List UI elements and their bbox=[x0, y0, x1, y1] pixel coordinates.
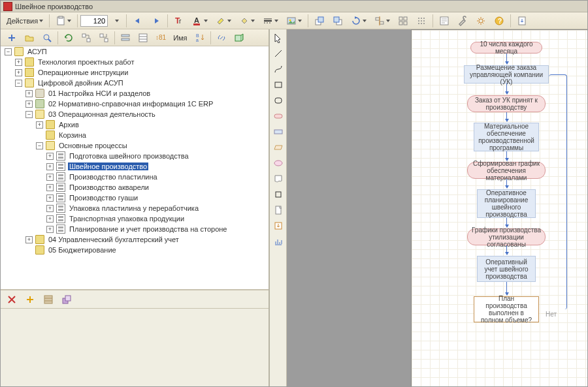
rounded-rect-tool[interactable] bbox=[271, 93, 286, 108]
grid-button[interactable] bbox=[395, 14, 412, 28]
export-tool[interactable] bbox=[271, 219, 286, 233]
bottom-props-button[interactable] bbox=[40, 292, 57, 307]
pointer-tool[interactable] bbox=[271, 31, 286, 45]
bring-front-button[interactable] bbox=[329, 14, 346, 28]
settings-button[interactable] bbox=[472, 14, 489, 28]
tree-link-button[interactable] bbox=[213, 31, 230, 45]
expand-icon[interactable]: + bbox=[46, 174, 54, 181]
square-tool[interactable] bbox=[271, 187, 286, 202]
rectangle-tool[interactable] bbox=[271, 78, 286, 92]
collapse-icon[interactable]: − bbox=[25, 111, 33, 118]
collapse-icon[interactable]: − bbox=[15, 80, 22, 87]
text-format-button[interactable]: Tr bbox=[171, 14, 188, 28]
clipboard-button[interactable] bbox=[52, 14, 74, 28]
zoom-dropdown[interactable] bbox=[109, 14, 123, 28]
highlight-button[interactable] bbox=[212, 14, 235, 28]
export-button[interactable] bbox=[514, 14, 531, 28]
tree-node[interactable]: + Технология проектных работ bbox=[14, 57, 269, 67]
snap-button[interactable] bbox=[413, 14, 430, 28]
tree-container[interactable]: − АСУП + Технология проектных работ bbox=[1, 46, 269, 290]
bottom-layers-button[interactable] bbox=[58, 292, 75, 307]
flow-terminator[interactable]: Графики производства утилизации согласов… bbox=[467, 228, 546, 245]
expand-icon[interactable]: + bbox=[46, 153, 54, 160]
tree-collapse-button[interactable] bbox=[95, 31, 112, 45]
expand-icon[interactable]: + bbox=[46, 184, 54, 191]
tree-view1-button[interactable] bbox=[117, 31, 134, 45]
tree-name-button[interactable]: Имя bbox=[170, 31, 190, 45]
undo-button[interactable] bbox=[129, 14, 146, 28]
ellipse-tool[interactable] bbox=[271, 156, 286, 170]
tree-node[interactable]: + Производство гуаши bbox=[45, 193, 269, 203]
canvas-viewport[interactable]: 10 числа каждого месяца Размещение заказ… bbox=[287, 29, 587, 386]
tree-node[interactable]: + Подготовка швейного производства bbox=[45, 151, 269, 161]
tree-expand-button[interactable] bbox=[78, 31, 95, 45]
tree-export-button[interactable] bbox=[231, 31, 248, 45]
font-color-button[interactable]: A bbox=[189, 14, 211, 28]
tree-node[interactable]: + Производство акварели bbox=[45, 182, 269, 193]
flow-terminator-start[interactable]: 10 числа каждого месяца bbox=[470, 42, 542, 54]
connector-tool[interactable] bbox=[271, 62, 286, 76]
tree-search-button[interactable] bbox=[39, 31, 56, 45]
tree-add-button[interactable] bbox=[3, 31, 20, 45]
expand-icon[interactable]: + bbox=[36, 121, 43, 129]
document-tool[interactable] bbox=[271, 172, 286, 186]
flow-process[interactable]: Материальное обеспечение производственно… bbox=[474, 123, 539, 151]
align-button[interactable] bbox=[371, 14, 393, 28]
tree-node-selected[interactable]: + Швейное производство bbox=[45, 161, 269, 172]
expand-icon[interactable]: + bbox=[46, 215, 54, 223]
preview-button[interactable] bbox=[436, 14, 453, 28]
tree-node[interactable]: Корзина bbox=[35, 130, 269, 140]
collapse-icon[interactable]: − bbox=[36, 142, 43, 149]
tree-node[interactable]: + Архив bbox=[35, 119, 269, 130]
expand-icon[interactable]: + bbox=[15, 69, 22, 76]
tree-node[interactable]: + Планирование и учет производства на ст… bbox=[45, 224, 269, 234]
page-tool[interactable] bbox=[271, 203, 286, 217]
flow-terminator[interactable]: Сформирован график обеспечения материала… bbox=[467, 162, 546, 179]
tree-folder-button[interactable] bbox=[21, 31, 38, 45]
flow-process[interactable]: Оперативное планирование швейного произв… bbox=[477, 189, 536, 218]
expand-icon[interactable]: + bbox=[46, 226, 54, 233]
tree-node[interactable]: + Транспортная упаковка продукции bbox=[45, 213, 269, 224]
actions-menu[interactable]: Действия bbox=[3, 14, 46, 28]
expand-icon[interactable]: + bbox=[46, 194, 54, 202]
terminator-tool[interactable] bbox=[271, 109, 286, 123]
tree-sort-button[interactable]: Ва bbox=[191, 31, 208, 45]
tree-node[interactable]: + Упаковка пластилина у переработчика bbox=[45, 203, 269, 213]
tree-refresh-button[interactable] bbox=[60, 31, 77, 45]
expand-icon[interactable]: + bbox=[25, 101, 33, 108]
send-back-button[interactable] bbox=[311, 14, 328, 28]
rotate-button[interactable] bbox=[348, 14, 370, 28]
image-button[interactable] bbox=[283, 14, 305, 28]
flow-process[interactable]: Оперативный учет швейного производства bbox=[477, 256, 536, 282]
tree-node[interactable]: + Производство пластилина bbox=[45, 172, 269, 182]
flow-process[interactable]: Размещение заказа управляющей компании (… bbox=[464, 65, 549, 84]
bottom-delete-button[interactable] bbox=[3, 292, 20, 307]
tree-id-button[interactable]: ↕81 bbox=[152, 31, 169, 45]
flow-terminator[interactable]: Заказ от УК принят к производству bbox=[467, 95, 546, 112]
tree-node[interactable]: + 02 Нормативно-справочная информация 1С… bbox=[24, 99, 269, 109]
tree-node[interactable]: + 04 Управленческий бухгалтерский учет bbox=[24, 234, 269, 245]
data-tool[interactable] bbox=[271, 140, 286, 155]
tree-view2-button[interactable] bbox=[135, 31, 152, 45]
tree-node[interactable]: − Основные процессы bbox=[35, 140, 269, 151]
expand-icon[interactable]: + bbox=[25, 236, 33, 243]
bottom-add-button[interactable] bbox=[22, 292, 39, 307]
flow-decision[interactable]: План производства выполнен в полном объе… bbox=[474, 296, 539, 322]
tree-node[interactable]: + 01 Настройка НСИ и разделов bbox=[24, 88, 269, 99]
chart-tool[interactable] bbox=[271, 234, 286, 249]
tree-node[interactable]: − Цифровой двойник АСУП bbox=[14, 78, 269, 88]
expand-icon[interactable]: + bbox=[46, 205, 54, 212]
line-tool[interactable] bbox=[271, 46, 286, 61]
fill-color-button[interactable] bbox=[236, 14, 258, 28]
expand-icon[interactable]: + bbox=[15, 59, 22, 66]
expand-icon[interactable]: + bbox=[25, 90, 33, 97]
tree-node-root[interactable]: − АСУП bbox=[3, 46, 269, 57]
redo-button[interactable] bbox=[148, 14, 165, 28]
tree-node[interactable]: − 03 Операционная деятельность bbox=[24, 109, 269, 119]
tree-node[interactable]: + Операционные инструкции bbox=[14, 67, 269, 78]
collapse-icon[interactable]: − bbox=[5, 48, 12, 55]
tools-button[interactable] bbox=[454, 14, 471, 28]
expand-icon[interactable]: + bbox=[46, 163, 54, 170]
tree-node[interactable]: 05 Бюджетирование bbox=[24, 245, 269, 255]
zoom-input[interactable] bbox=[80, 15, 108, 27]
